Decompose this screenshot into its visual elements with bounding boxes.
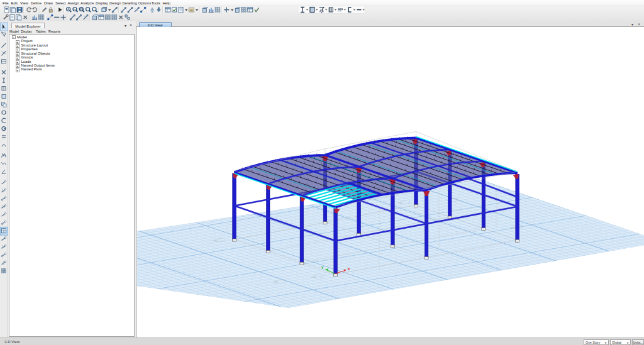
svg-text:X: X [348,267,350,271]
svg-text:Y: Y [321,266,324,270]
